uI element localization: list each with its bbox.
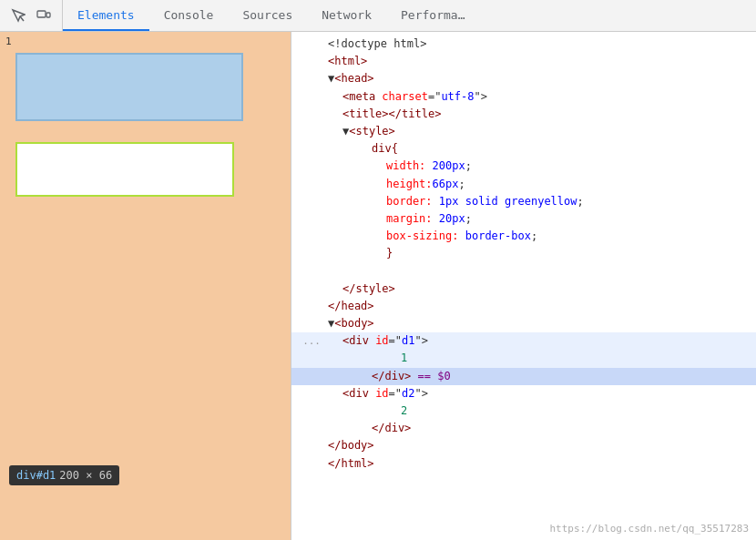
code-line-7: div{: [291, 140, 756, 158]
code-line-3: ▼<head>: [291, 70, 756, 87]
code-line-d2-open[interactable]: <div id="d2">: [291, 385, 756, 402]
watermark: https://blog.csdn.net/qq_35517283: [549, 523, 749, 535]
code-line-blank: [291, 262, 756, 280]
tab-performance[interactable]: Performa…: [386, 0, 479, 31]
code-line-d1-open[interactable]: ... <div id="d1">: [291, 332, 756, 350]
preview-div1-highlight: [15, 53, 243, 121]
svg-rect-2: [46, 13, 50, 17]
code-line-html-close: </html>: [291, 455, 756, 473]
code-line-4: <meta charset="utf-8">: [291, 88, 756, 106]
code-line-d1-text: 1: [291, 350, 756, 367]
code-line-1: <!doctype html>: [291, 36, 756, 53]
element-tooltip: div#d1200 × 66: [9, 465, 119, 485]
toolbar-icons: [0, 0, 63, 31]
tab-console[interactable]: Console: [149, 0, 229, 31]
svg-line-0: [20, 16, 24, 21]
devtools-tabs: Elements Console Sources Network Perform…: [63, 0, 479, 31]
preview-inner: 1: [0, 32, 291, 135]
code-line-12: box-sizing: border-box;: [291, 228, 756, 245]
code-line-2: <html>: [291, 53, 756, 70]
code-panel[interactable]: <!doctype html> <html> ▼<head> <meta cha…: [291, 32, 756, 540]
main-content: 1 div#d1200 × 66 <!doctype html> <html> …: [0, 32, 756, 540]
code-line-15: </style>: [291, 280, 756, 298]
code-line-11: margin: 20px;: [291, 210, 756, 228]
preview-div2-highlight: [15, 142, 234, 197]
code-line-16: </head>: [291, 298, 756, 315]
code-line-body-close: </body>: [291, 437, 756, 454]
svg-rect-1: [37, 11, 46, 17]
code-line-d1-close[interactable]: </div> == $0: [291, 368, 756, 385]
code-line-17: ▼<body>: [291, 315, 756, 332]
code-line-13: }: [291, 245, 756, 262]
code-line-d2-close: </div>: [291, 420, 756, 437]
preview-div2-area: [0, 142, 291, 206]
tab-network[interactable]: Network: [307, 0, 386, 31]
code-line-8: width: 200px;: [291, 158, 756, 175]
devtools-toolbar: Elements Console Sources Network Perform…: [0, 0, 756, 32]
code-line-d2-text: 2: [291, 402, 756, 420]
code-line-5: <title></title>: [291, 106, 756, 123]
code-line-10: border: 1px solid greenyellow;: [291, 193, 756, 210]
tooltip-dims: 200 × 66: [59, 469, 112, 482]
inspect-element-icon[interactable]: [7, 5, 29, 26]
code-line-9: height:66px;: [291, 176, 756, 193]
tab-sources[interactable]: Sources: [228, 0, 307, 31]
tab-elements[interactable]: Elements: [63, 0, 149, 31]
code-line-6: ▼<style>: [291, 123, 756, 140]
tooltip-tag: div#d1: [16, 469, 56, 482]
preview-panel: 1 div#d1200 × 66: [0, 32, 291, 540]
device-toolbar-icon[interactable]: [33, 5, 55, 26]
preview-label-1: 1: [5, 36, 12, 47]
